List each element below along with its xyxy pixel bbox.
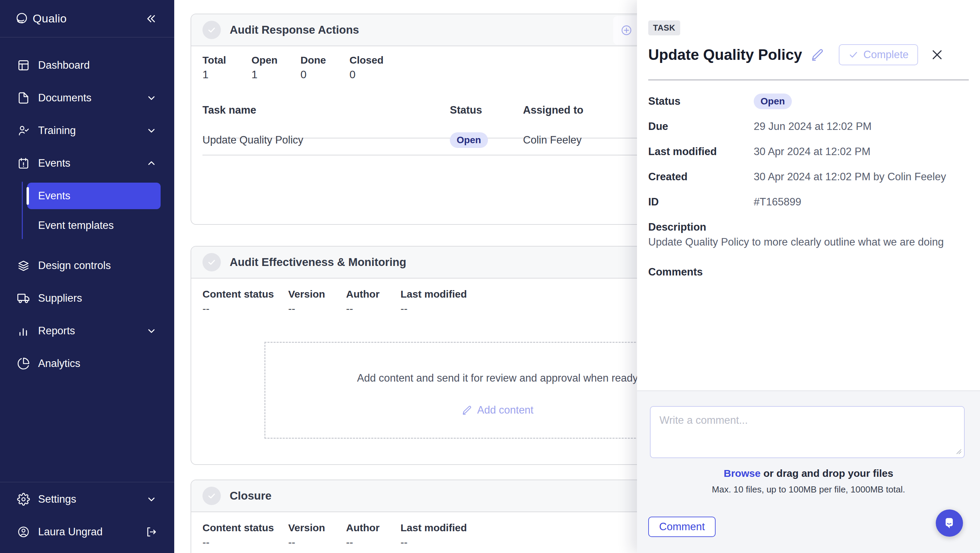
document-icon <box>17 92 30 105</box>
description-label: Description <box>648 221 706 233</box>
comment-composer: Browse or drag and drop your files Max. … <box>637 391 980 553</box>
layers-icon <box>17 259 30 272</box>
sidebar-item-event-templates[interactable]: Event templates <box>27 209 161 242</box>
add-action-button[interactable] <box>613 16 640 44</box>
stat-closed: Closed 0 <box>350 54 398 81</box>
user-circle-icon <box>17 526 30 539</box>
sidebar-collapse-icon[interactable] <box>145 13 157 25</box>
comment-submit-button[interactable]: Comment <box>648 516 716 537</box>
qualio-logo-icon <box>15 12 29 25</box>
section-check-icon <box>202 253 221 272</box>
comment-input-wrap <box>650 406 965 458</box>
chevron-down-icon <box>146 494 157 505</box>
sidebar-nav-lower: Design controls Suppliers Reports Analyt… <box>0 249 174 380</box>
dashboard-icon <box>17 59 30 72</box>
add-content-button[interactable]: Add content <box>461 404 533 416</box>
status-badge: Open <box>450 132 488 148</box>
task-type-badge: TASK <box>648 21 680 35</box>
close-icon[interactable] <box>930 48 944 62</box>
logout-icon[interactable] <box>145 526 157 538</box>
chevron-down-icon <box>146 92 157 104</box>
user-check-icon <box>17 124 30 137</box>
sidebar-item-suppliers[interactable]: Suppliers <box>0 282 174 315</box>
sidebar-item-reports[interactable]: Reports <box>0 315 174 347</box>
sidebar-item-settings[interactable]: Settings <box>0 483 174 516</box>
sidebar-item-user[interactable]: Laura Ungrad <box>0 516 174 548</box>
sidebar-footer: Settings Laura Ungrad <box>0 482 174 548</box>
task-name-cell[interactable]: Update Quality Policy <box>202 134 450 146</box>
submenu-indicator-line <box>22 182 23 239</box>
card-title: Closure <box>230 489 272 502</box>
sidebar-item-design-controls[interactable]: Design controls <box>0 249 174 282</box>
task-title: Update Quality Policy <box>648 46 802 63</box>
events-submenu: Events Event templates <box>0 180 174 242</box>
bar-chart-icon <box>17 324 30 337</box>
nav-label: Training <box>38 124 76 137</box>
brand-name: Qualio <box>33 12 67 25</box>
sidebar: Qualio Dashboard Documents Training Even… <box>0 0 174 553</box>
card-title: Audit Response Actions <box>230 24 359 37</box>
pencil-icon <box>461 405 472 416</box>
submenu-label: Event templates <box>38 219 114 232</box>
nav-label: Settings <box>38 493 76 505</box>
action-stats: Total 1 Open 1 Done 0 Closed 0 <box>202 54 398 81</box>
user-name: Laura Ungrad <box>38 526 103 538</box>
stat-total: Total 1 <box>202 54 251 81</box>
field-status: Status Open <box>648 89 969 114</box>
empty-state-message: Add content and send it for review and a… <box>357 372 638 384</box>
active-item-bar <box>27 187 29 205</box>
browse-link[interactable]: Browse <box>724 468 760 479</box>
chevron-down-icon <box>146 325 157 337</box>
submenu-label: Events <box>38 190 70 202</box>
edit-task-icon[interactable] <box>810 48 824 62</box>
sidebar-item-analytics[interactable]: Analytics <box>0 347 174 380</box>
card-title: Audit Effectiveness & Monitoring <box>230 256 406 269</box>
sidebar-item-events[interactable]: Events <box>0 147 174 180</box>
section-check-icon <box>202 21 221 39</box>
file-drop-text: Browse or drag and drop your files <box>637 468 980 479</box>
field-last-modified: Last modified 30 Apr 2024 at 12:02 PM <box>648 139 969 164</box>
content-meta: Content status-- Version-- Author-- Last… <box>202 288 467 315</box>
panel-title-row: Update Quality Policy Complete <box>648 42 970 67</box>
nav-label: Analytics <box>38 358 80 370</box>
calendar-alert-icon <box>17 157 30 170</box>
nav-label: Events <box>38 157 70 169</box>
divider <box>648 79 969 80</box>
sidebar-item-events-list[interactable]: Events <box>27 183 161 209</box>
sidebar-nav: Dashboard Documents Training Events Even… <box>0 37 174 380</box>
nav-label: Documents <box>38 92 92 104</box>
sidebar-item-training[interactable]: Training <box>0 114 174 147</box>
chat-launcher-button[interactable] <box>936 510 963 537</box>
content-meta: Content status-- Version-- Author-- Last… <box>202 522 467 549</box>
section-check-icon <box>202 487 221 505</box>
field-created: Created 30 Apr 2024 at 12:02 PM by Colin… <box>648 164 969 189</box>
truck-icon <box>17 292 30 305</box>
file-limits-text: Max. 10 files, up to 100MB per file, 100… <box>637 484 980 495</box>
nav-label: Design controls <box>38 259 111 272</box>
brand-row: Qualio <box>0 0 174 37</box>
check-icon <box>848 50 859 60</box>
task-detail-panel: TASK Update Quality Policy Complete Stat… <box>637 0 980 553</box>
stat-done: Done 0 <box>301 54 350 81</box>
complete-button[interactable]: Complete <box>839 44 918 65</box>
chat-bubble-icon <box>942 516 957 531</box>
gear-icon <box>17 493 30 506</box>
task-fields: Status Open Due 29 Jun 2024 at 12:02 PM … <box>648 89 969 215</box>
nav-label: Dashboard <box>38 59 90 72</box>
stat-open: Open 1 <box>251 54 301 81</box>
nav-label: Suppliers <box>38 292 82 304</box>
resize-handle[interactable] <box>956 448 962 455</box>
chevron-up-icon <box>146 157 157 169</box>
nav-label: Reports <box>38 325 75 337</box>
sidebar-item-documents[interactable]: Documents <box>0 82 174 114</box>
description-text: Update Quality Policy to more clearly ou… <box>648 235 961 249</box>
field-due: Due 29 Jun 2024 at 12:02 PM <box>648 114 969 139</box>
status-badge: Open <box>754 94 792 109</box>
pie-chart-icon <box>17 357 30 370</box>
field-id: ID #T165899 <box>648 189 969 215</box>
sidebar-item-dashboard[interactable]: Dashboard <box>0 49 174 82</box>
comment-input[interactable] <box>650 406 965 458</box>
comments-label: Comments <box>648 266 703 278</box>
chevron-down-icon <box>146 125 157 137</box>
